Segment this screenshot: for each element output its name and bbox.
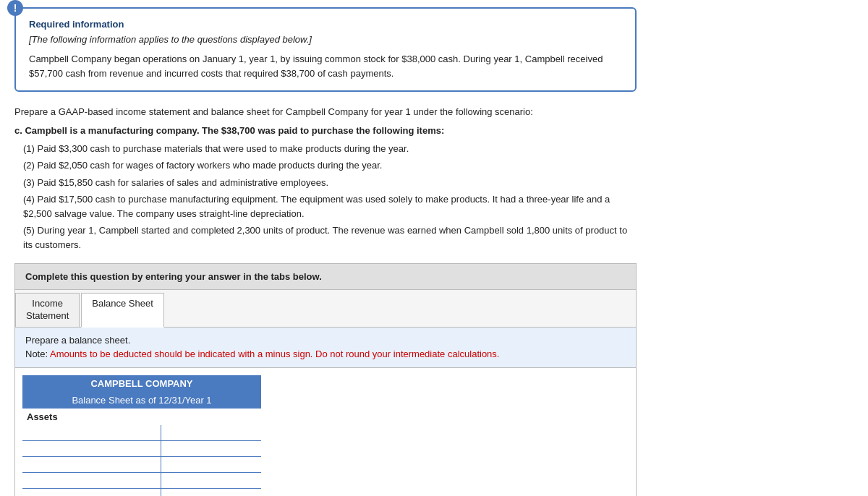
list-item: (5) During year 1, Campbell started and … xyxy=(17,223,637,252)
balance-note-line1: Prepare a balance sheet. xyxy=(25,333,626,348)
tab-income-label-line2: Statement xyxy=(26,310,69,322)
balance-table-wrapper: CAMPBELL COMPANY Balance Sheet as of 12/… xyxy=(15,368,636,496)
tab-balance-sheet-label: Balance Sheet xyxy=(92,298,153,309)
info-body: Campbell Company began operations on Jan… xyxy=(29,52,622,80)
list-item: (2) Paid $2,050 cash for wages of factor… xyxy=(17,158,637,173)
balance-row-1-right[interactable] xyxy=(161,425,261,441)
tab-income-label-line1: Income xyxy=(32,298,63,310)
complete-box: Complete this question by entering your … xyxy=(14,263,637,290)
balance-input-5-right[interactable] xyxy=(164,491,258,496)
tab-income-statement[interactable]: Income Statement xyxy=(15,293,80,327)
balance-input-1-right[interactable] xyxy=(164,427,258,438)
balance-row-3-right[interactable] xyxy=(161,457,261,473)
list-item: (3) Paid $15,850 cash for salaries of sa… xyxy=(17,176,637,190)
balance-input-1-left[interactable] xyxy=(25,427,158,438)
balance-input-4-left[interactable] xyxy=(25,475,158,486)
assets-label: Assets xyxy=(22,409,261,425)
list-item: (4) Paid $17,500 cash to purchase manufa… xyxy=(17,192,637,221)
balance-note-line2: Note: Amounts to be deducted should be i… xyxy=(25,347,626,362)
balance-input-3-right[interactable] xyxy=(164,459,258,470)
balance-row-2-right[interactable] xyxy=(161,441,261,457)
main-content: Prepare a GAAP-based income statement an… xyxy=(14,105,637,496)
tab-balance-sheet[interactable]: Balance Sheet xyxy=(81,293,164,328)
list-item: (1) Paid $3,300 cash to purchase materia… xyxy=(17,142,637,156)
note-prefix: Note: xyxy=(25,349,50,359)
balance-input-4-right[interactable] xyxy=(164,475,258,486)
balance-row-4-left[interactable] xyxy=(22,473,161,489)
company-name: CAMPBELL COMPANY xyxy=(22,375,261,392)
question-intro: Prepare a GAAP-based income statement an… xyxy=(14,105,637,119)
balance-row-2-left[interactable] xyxy=(22,441,161,457)
balance-date-label: Balance Sheet as of 12/31/Year 1 xyxy=(22,392,261,409)
info-subtitle: [The following information applies to th… xyxy=(29,34,622,45)
scenario-label: c. Campbell is a manufacturing company. … xyxy=(14,125,637,136)
balance-input-3-left[interactable] xyxy=(25,459,158,470)
info-title: Required information xyxy=(29,19,622,30)
note-body: Amounts to be deducted should be indicat… xyxy=(50,349,499,359)
items-list: (1) Paid $3,300 cash to purchase materia… xyxy=(14,142,637,252)
balance-row-4-right[interactable] xyxy=(161,473,261,489)
balance-table: CAMPBELL COMPANY Balance Sheet as of 12/… xyxy=(22,375,261,496)
balance-input-2-left[interactable] xyxy=(25,443,158,454)
tabs-row: Income Statement Balance Sheet xyxy=(15,290,636,328)
balance-row-3-left[interactable] xyxy=(22,457,161,473)
info-box: ! Required information [The following in… xyxy=(14,7,637,92)
balance-row-1-left[interactable] xyxy=(22,425,161,441)
balance-input-2-right[interactable] xyxy=(164,443,258,454)
balance-input-5-left[interactable] xyxy=(25,491,158,496)
balance-note: Prepare a balance sheet. Note: Amounts t… xyxy=(15,328,636,368)
info-icon: ! xyxy=(7,0,23,16)
balance-row-5-left[interactable] xyxy=(22,489,161,496)
tabs-container: Income Statement Balance Sheet Prepare a… xyxy=(14,290,637,496)
balance-row-5-right[interactable] xyxy=(161,489,261,496)
